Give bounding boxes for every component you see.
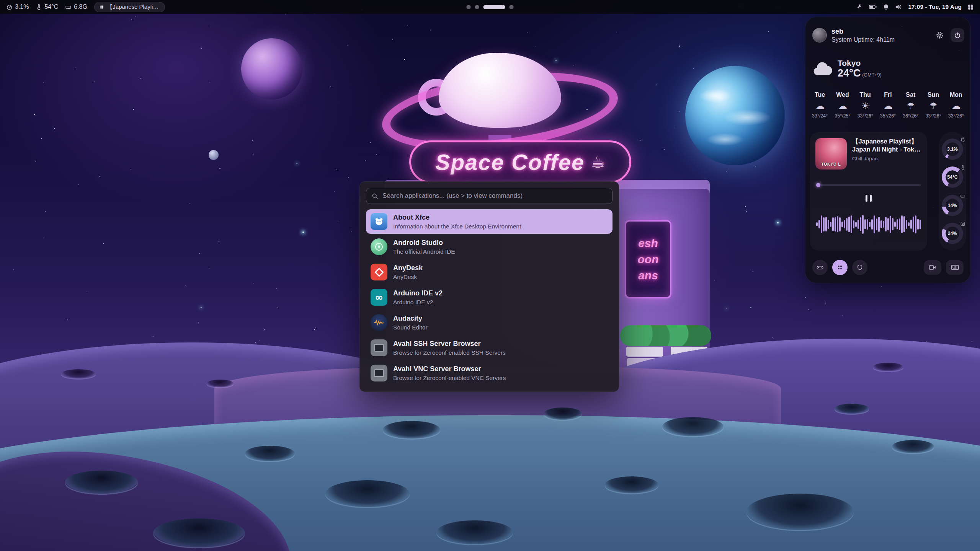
sun-icon: ☀ xyxy=(854,101,877,111)
media-pill-button[interactable]: 【Japanese Playlist】 J... xyxy=(94,2,165,12)
username: seb xyxy=(831,28,895,36)
disk-icon xyxy=(960,221,965,227)
forecast-day: Sun☂33°/26° xyxy=(922,91,944,119)
umbrella-icon: ☂ xyxy=(899,101,922,111)
thermometer-icon xyxy=(36,4,42,10)
shield-button[interactable] xyxy=(852,260,867,275)
sparkle-star xyxy=(302,231,304,233)
arduino-icon: ∞ xyxy=(371,289,387,306)
memory-gauge: 14% xyxy=(942,195,963,216)
volume-icon[interactable] xyxy=(895,3,902,10)
workspace-dot-4[interactable] xyxy=(510,5,514,9)
forecast-day: Mon☁33°/26° xyxy=(945,91,967,119)
sparkle-star xyxy=(777,222,779,223)
settings-button[interactable] xyxy=(933,28,947,42)
cpu-value: 3.1% xyxy=(15,3,29,10)
app-title: Avahi VNC Server Browser xyxy=(393,365,506,373)
controller-button[interactable] xyxy=(812,260,828,275)
workspace-dot-2[interactable] xyxy=(475,5,479,9)
umbrella-icon: ☂ xyxy=(922,101,944,111)
keyboard-button[interactable] xyxy=(946,260,964,275)
battery-icon[interactable] xyxy=(869,3,877,10)
workspace-switcher xyxy=(467,0,514,14)
bell-icon[interactable] xyxy=(883,3,889,10)
android-studio-icon xyxy=(371,238,387,255)
server-browser-icon xyxy=(371,365,387,381)
coffee-cup-icon: ☕ xyxy=(591,153,605,171)
screen-record-button[interactable] xyxy=(924,260,941,275)
cloud-icon: ☁ xyxy=(945,101,967,111)
tools-tray-icon[interactable] xyxy=(856,3,863,10)
quick-actions xyxy=(812,259,964,276)
launcher-item-arduino[interactable]: ∞ Arduino IDE v2Arduino IDE v2 xyxy=(366,285,612,310)
app-grid-icon[interactable] xyxy=(967,4,974,10)
temp-value: 54°C xyxy=(44,3,58,10)
media-title: 【Japanese Playlist】 Japan All Night - To… xyxy=(852,137,923,153)
memory-icon xyxy=(65,4,72,10)
cloud-icon: ☁ xyxy=(877,101,899,111)
system-gauges: 3.1% 54°C 14% 24% xyxy=(939,132,966,251)
media-progress-slider[interactable] xyxy=(816,183,921,187)
weather-temp: 24°C xyxy=(838,67,861,79)
app-title: Arduino IDE v2 xyxy=(393,289,443,298)
hedge xyxy=(620,325,711,346)
desktop: Space Coffee ☕ esh oon ans xyxy=(0,0,980,551)
weather-timezone: (GMT+9) xyxy=(862,72,881,78)
media-subtitle: Chill Japan. xyxy=(852,156,879,161)
apps-button[interactable] xyxy=(832,260,848,275)
window-neon-text: oon xyxy=(638,253,659,266)
search-input[interactable] xyxy=(382,192,607,200)
temp-stat: 54°C xyxy=(36,3,58,10)
top-bar: 3.1% 54°C 6.8G 【Japanese Playlist】 J... xyxy=(0,0,980,14)
workspace-active[interactable] xyxy=(483,5,505,9)
workspace-dot-1[interactable] xyxy=(467,5,471,9)
launcher-item-avahi-vnc[interactable]: Avahi VNC Server BrowserBrowse for Zeroc… xyxy=(366,361,612,385)
launcher-item-android-studio[interactable]: Android StudioThe official Android IDE xyxy=(366,235,612,259)
planter-box xyxy=(626,347,663,357)
search-bar[interactable] xyxy=(366,188,612,204)
controller-icon xyxy=(816,264,824,271)
app-title: Avahi SSH Server Browser xyxy=(393,339,506,348)
apps-mini-icon xyxy=(100,5,104,10)
avatar xyxy=(812,28,827,42)
shop-window: esh oon ans xyxy=(625,220,671,298)
launcher-item-avahi-ssh[interactable]: Avahi SSH Server BrowserBrowse for Zeroc… xyxy=(366,336,612,360)
weather-city: Tokyo xyxy=(838,59,882,68)
cpu-stat: 3.1% xyxy=(6,3,29,10)
launcher-item-anydesk[interactable]: AnyDeskAnyDesk xyxy=(366,260,612,284)
disk-gauge: 24% xyxy=(942,223,963,244)
user-card: seb System Uptime: 4h11m xyxy=(812,26,964,44)
cpu-gauge: 3.1% xyxy=(942,139,963,160)
app-launcher: About XfceInformation about the Xfce Des… xyxy=(359,181,619,392)
clock[interactable]: 17:09 - Tue, 19 Aug xyxy=(908,3,962,10)
app-title: About Xfce xyxy=(393,213,521,222)
window-neon-text: ans xyxy=(638,269,658,282)
window-neon-text: esh xyxy=(638,237,658,250)
app-subtitle: The official Android IDE xyxy=(393,248,455,255)
temperature-gauge: 54°C xyxy=(942,166,963,188)
video-camera-icon xyxy=(929,264,936,271)
purple-planet xyxy=(241,38,302,99)
space-coffee-sign: Space Coffee ☕ xyxy=(409,140,631,183)
launcher-item-audacity[interactable]: AudacitySound Editor xyxy=(366,310,612,335)
app-subtitle: Sound Editor xyxy=(393,324,428,331)
app-subtitle: Information about the Xfce Desktop Envir… xyxy=(393,223,521,230)
app-title: Audacity xyxy=(393,314,428,323)
app-title: Android Studio xyxy=(393,238,455,247)
progress-knob[interactable] xyxy=(816,183,820,187)
launcher-item-about-xfce[interactable]: About XfceInformation about the Xfce Des… xyxy=(366,209,612,234)
thermometer-icon xyxy=(960,165,965,170)
search-icon xyxy=(372,193,378,199)
forecast-day: Tue☁33°/24° xyxy=(808,91,831,119)
pause-button[interactable] xyxy=(863,192,874,204)
forecast-day: Fri☁35°/26° xyxy=(877,91,899,119)
forecast-day: Thu☀33°/26° xyxy=(854,91,877,119)
app-title: AnyDesk xyxy=(393,264,423,272)
widgets-panel: seb System Uptime: 4h11m Tokyo 24°C(GMT+… xyxy=(805,17,971,283)
server-browser-icon xyxy=(371,339,387,356)
app-subtitle: Browse for Zeroconf-enabled SSH Servers xyxy=(393,349,506,356)
forecast-day: Sat☂36°/26° xyxy=(899,91,922,119)
memory-value: 6.8G xyxy=(74,3,87,10)
power-button[interactable] xyxy=(951,28,964,42)
shield-icon xyxy=(856,264,863,271)
